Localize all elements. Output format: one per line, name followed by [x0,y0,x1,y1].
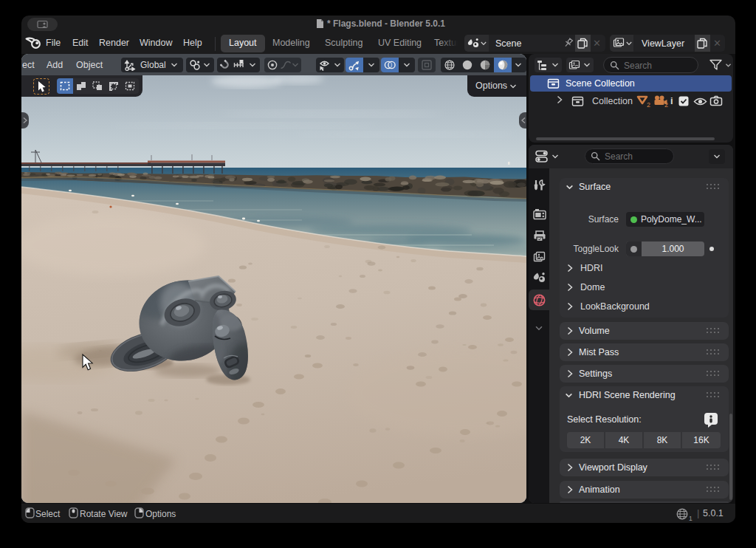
svg-text:2: 2 [647,101,650,108]
svg-text:2: 2 [664,101,668,108]
